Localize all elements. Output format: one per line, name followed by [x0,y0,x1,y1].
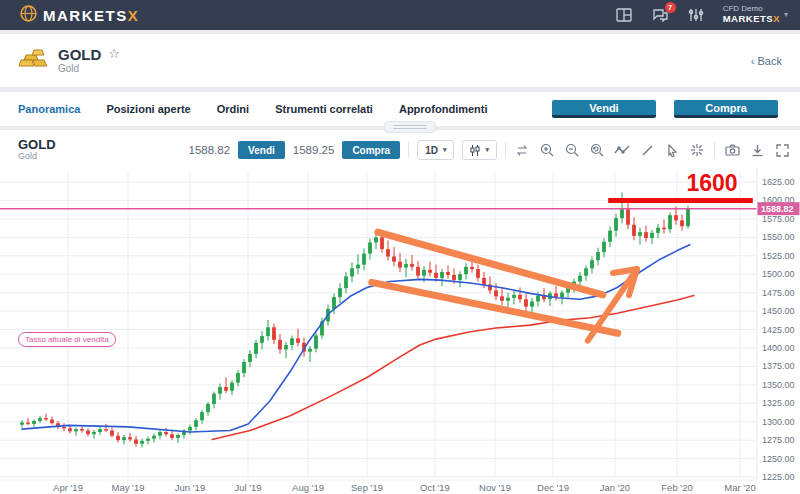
candle-body [194,420,198,427]
y-tick-label: 1375.00 [762,361,795,371]
account-menu[interactable]: CFD Demo MARKETSX ▾ [723,5,788,24]
brand-logo[interactable]: MARKETSX [20,5,139,26]
gold-bars-icon [18,47,48,75]
zoom-in-icon[interactable] [539,142,555,158]
buy-button[interactable]: Compra [674,100,778,118]
candle-body [50,420,54,424]
chevron-down-icon: ▾ [443,146,447,154]
chat-icon[interactable]: 7 [651,7,669,23]
candle-body [260,336,264,343]
candle-body [608,231,612,242]
draw-line-icon[interactable] [639,142,655,158]
candle-body [158,432,162,436]
candle-body [614,218,618,231]
chart-canvas: 16001625.001600.001575.001550.001525.001… [0,168,800,494]
tab-ordini[interactable]: Ordini [217,103,249,115]
candle-body [26,422,30,423]
sell-price: 1588.82 [189,144,231,156]
tab-posizioni-aperte[interactable]: Posizioni aperte [106,103,190,115]
trading-platform: { "topbar": { "brand": "MARKETS", "brand… [0,0,800,494]
candle-body [236,373,240,383]
candle-body [98,429,102,432]
candle-body [644,232,648,238]
y-tick-label: 1225.00 [762,472,795,482]
x-tick-label: Nov '19 [479,482,511,493]
candle-body [380,237,384,249]
chart-panel: GOLD Gold 1588.82 Vendi 1589.25 Compra 1… [0,130,800,494]
chart-type-dropdown[interactable]: ▾ [462,140,497,160]
candle-body [116,436,120,440]
x-tick-label: Aug '19 [292,482,324,493]
candle-body [140,441,144,444]
candle-body [494,290,498,296]
candle-body [434,273,438,278]
candle-body [584,268,588,275]
candle-body [362,254,366,265]
globe-icon [20,5,37,26]
candle-body [80,429,84,430]
candle-body [686,209,690,227]
candle-body [500,296,504,300]
y-tick-label: 1575.00 [762,214,795,224]
candle-body [410,264,414,267]
y-tick-label: 1450.00 [762,306,795,316]
chevron-down-icon: ▾ [784,10,788,19]
candle-body [254,343,258,354]
candle-body [308,349,312,352]
price-chart[interactable]: 16001625.001600.001575.001550.001525.001… [0,168,800,494]
y-tick-label: 1625.00 [762,177,795,187]
buy-button-small[interactable]: Compra [342,141,400,159]
candle-body [518,295,522,299]
cursor-icon[interactable] [664,142,680,158]
sell-button-small[interactable]: Vendi [238,141,285,159]
y-tick-label: 1325.00 [762,398,795,408]
indicators-icon[interactable] [614,142,630,158]
tools-icon[interactable] [687,7,705,23]
candle-body [332,297,336,309]
tab-strumenti-correlati[interactable]: Strumenti correlati [275,103,373,115]
candle-body [398,262,402,268]
workspace-icon[interactable] [615,7,633,23]
candle-body [344,276,348,288]
sell-button[interactable]: Vendi [552,100,656,118]
y-tick-label: 1525.00 [762,251,795,261]
candle-body [482,278,486,285]
candle-body [290,338,294,345]
candle-body [152,436,156,439]
candle-body [176,435,180,438]
candle-body [164,432,168,434]
candle-body [578,276,582,282]
zoom-out-icon[interactable] [564,142,580,158]
timeframe-dropdown[interactable]: 1D▾ [417,140,454,160]
candle-body [242,362,246,373]
download-icon[interactable] [749,142,765,158]
x-tick-label: Jun '19 [175,482,205,493]
candle-body [110,431,114,436]
zoom-reset-icon[interactable] [589,142,605,158]
candle-body [230,383,234,391]
resistance-label: 1600 [686,170,737,196]
candle-body [206,404,210,412]
y-tick-label: 1250.00 [762,454,795,464]
candle-body [464,267,468,274]
compare-icon[interactable] [514,142,530,158]
tab-approfondimenti[interactable]: Approfondimenti [399,103,488,115]
camera-icon[interactable] [724,142,740,158]
tab-panoramica[interactable]: Panoramica [18,103,80,115]
crosshair-icon[interactable] [689,142,705,158]
y-tick-label: 1300.00 [762,417,795,427]
candle-body [350,268,354,276]
candle-body [476,269,480,278]
candle-body [554,293,558,297]
candle-body [314,335,318,348]
y-tick-label: 1425.00 [762,325,795,335]
chart-toolbar: GOLD Gold 1588.82 Vendi 1589.25 Compra 1… [0,134,800,166]
fullscreen-icon[interactable] [774,142,790,158]
star-icon[interactable]: ☆ [108,47,120,62]
candle-body [296,338,300,342]
x-tick-label: Feb '20 [661,482,692,493]
top-navbar: MARKETSX 7 CFD Demo MARKETSX ▾ [0,0,800,30]
candle-body [62,427,66,428]
back-link[interactable]: ‹ Back [751,55,782,67]
panel-resize-handle[interactable] [384,121,436,133]
